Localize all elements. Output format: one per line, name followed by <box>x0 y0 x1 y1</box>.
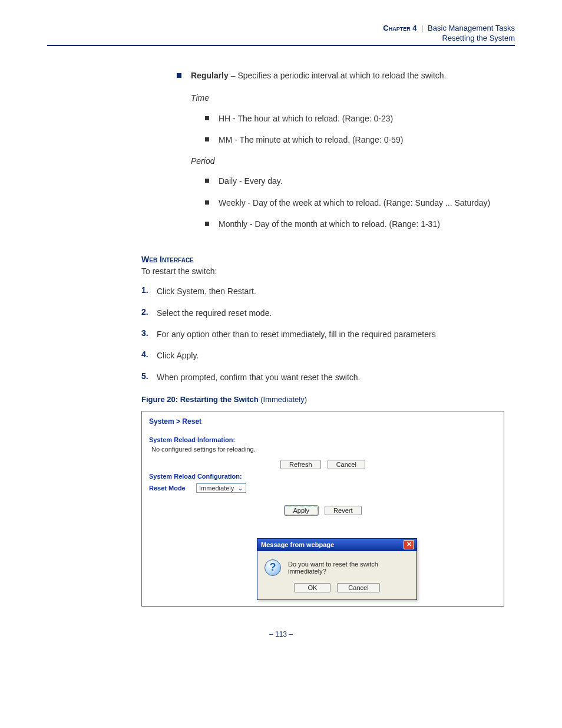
reload-info-heading: System Reload Information: <box>149 436 497 443</box>
mm-text: MM - The minute at which to reload. (Ran… <box>219 134 515 146</box>
step-number: 5. <box>141 371 157 381</box>
step-text: Click Apply. <box>157 350 515 361</box>
step-number: 1. <box>141 285 157 295</box>
step-5: 5. When prompted, confirm that you want … <box>141 371 515 383</box>
figure-caption: Figure 20: Restarting the Switch (Immedi… <box>141 395 515 404</box>
bullet-icon <box>205 200 209 205</box>
step-3: 3. For any option other than to reset im… <box>141 328 515 340</box>
confirm-dialog: Message from webpage ✕ ? Do you want to … <box>257 538 417 600</box>
reset-mode-select[interactable]: Immediately ⌄ <box>196 483 246 493</box>
reload-config-heading: System Reload Configuration: <box>149 473 497 480</box>
reset-mode-value: Immediately <box>199 485 234 492</box>
bullet-regularly: Regularly – Specifies a periodic interva… <box>177 70 515 239</box>
web-interface-heading: Web Interface <box>141 255 515 264</box>
step-number: 2. <box>141 307 157 317</box>
reset-mode-label: Reset Mode <box>149 485 196 492</box>
step-number: 3. <box>141 328 157 338</box>
bullet-icon <box>177 73 181 78</box>
page-num-value: 113 <box>275 630 287 638</box>
step-text: When prompted, confirm that you want res… <box>157 371 515 383</box>
step-2: 2. Select the required reset mode. <box>141 307 515 319</box>
bullet-icon <box>205 222 209 226</box>
bullet-icon <box>205 179 209 183</box>
period-heading: Period <box>191 155 515 167</box>
close-icon[interactable]: ✕ <box>404 540 414 549</box>
section-title: Resetting the System <box>47 34 515 42</box>
screenshot-panel: System > Reset System Reload Information… <box>141 411 504 607</box>
chevron-down-icon: ⌄ <box>237 485 243 492</box>
step-text: Click System, then Restart. <box>157 285 515 297</box>
bullet-icon <box>205 137 209 141</box>
web-interface-intro: To restart the switch: <box>141 266 515 276</box>
chapter-label: Chapter 4 <box>383 24 416 32</box>
weekly-text: Weekly - Day of the week at which to rel… <box>219 197 515 209</box>
chapter-title: Basic Management Tasks <box>428 24 515 32</box>
bullet-mm: MM - The minute at which to reload. (Ran… <box>205 134 515 146</box>
hh-text: HH - The hour at which to reload. (Range… <box>219 113 515 124</box>
bullet-hh: HH - The hour at which to reload. (Range… <box>205 113 515 124</box>
dialog-titlebar[interactable]: Message from webpage ✕ <box>257 539 416 551</box>
bullet-daily: Daily - Every day. <box>205 175 515 187</box>
cancel-button[interactable]: Cancel <box>328 460 365 469</box>
step-1: 1. Click System, then Restart. <box>141 285 515 297</box>
step-text: Select the required reset mode. <box>157 307 515 319</box>
bullet-monthly: Monthly - Day of the month at which to r… <box>205 218 515 230</box>
header-separator: | <box>421 24 425 32</box>
page-header: Chapter 4 | Basic Management Tasks Reset… <box>47 24 515 46</box>
revert-button[interactable]: Revert <box>325 506 361 515</box>
figure-label: Figure 20: Restarting the Switch <box>141 395 260 404</box>
time-heading: Time <box>191 92 515 104</box>
refresh-button[interactable]: Refresh <box>280 460 321 469</box>
question-icon: ? <box>265 559 281 576</box>
daily-text: Daily - Every day. <box>219 175 515 187</box>
ok-button[interactable]: OK <box>294 583 330 592</box>
breadcrumb: System > Reset <box>149 417 497 426</box>
dialog-title: Message from webpage <box>261 541 334 548</box>
page-number: – 113 – <box>47 630 515 638</box>
regularly-desc: – Specifies a periodic interval at which… <box>229 71 447 80</box>
step-text: For any option other than to reset immed… <box>157 328 515 340</box>
reload-info-text: No configured settings for reloading. <box>151 446 497 453</box>
figure-suffix: (Immediately) <box>260 395 307 404</box>
step-4: 4. Click Apply. <box>141 350 515 361</box>
step-number: 4. <box>141 350 157 359</box>
dialog-cancel-button[interactable]: Cancel <box>337 583 379 592</box>
bullet-weekly: Weekly - Day of the week at which to rel… <box>205 197 515 209</box>
dialog-message: Do you want to reset the switch immediat… <box>288 561 409 575</box>
regularly-label: Regularly <box>191 71 229 80</box>
bullet-icon <box>205 116 209 120</box>
monthly-text: Monthly - Day of the month at which to r… <box>219 218 515 230</box>
apply-button[interactable]: Apply <box>285 506 319 515</box>
